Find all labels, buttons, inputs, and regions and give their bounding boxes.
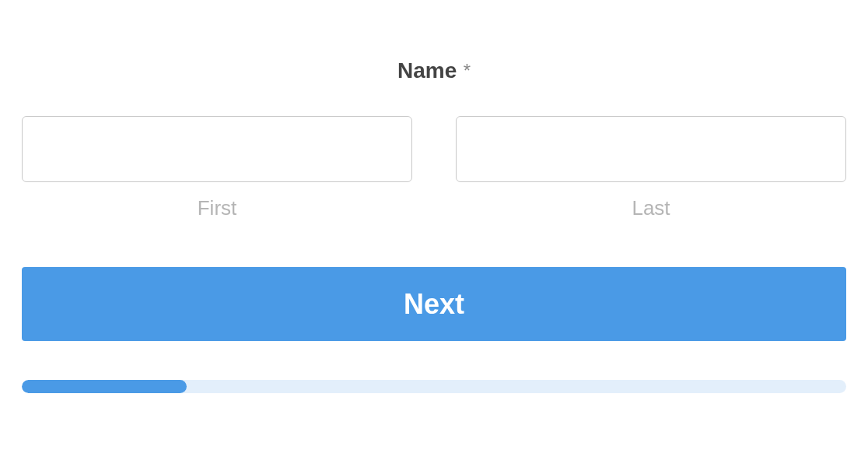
progress-fill [22,380,187,393]
name-form: Name * First Last Next [22,58,846,393]
last-name-group: Last [456,116,846,220]
first-name-input[interactable] [22,116,412,182]
name-inputs-row: First Last [22,116,846,220]
required-asterisk-icon: * [464,60,471,82]
field-label-row: Name * [22,58,846,83]
progress-bar [22,380,846,393]
first-name-group: First [22,116,412,220]
next-button[interactable]: Next [22,267,846,341]
last-name-input[interactable] [456,116,846,182]
name-label: Name [397,58,457,83]
first-name-sublabel: First [198,196,237,220]
last-name-sublabel: Last [632,196,670,220]
